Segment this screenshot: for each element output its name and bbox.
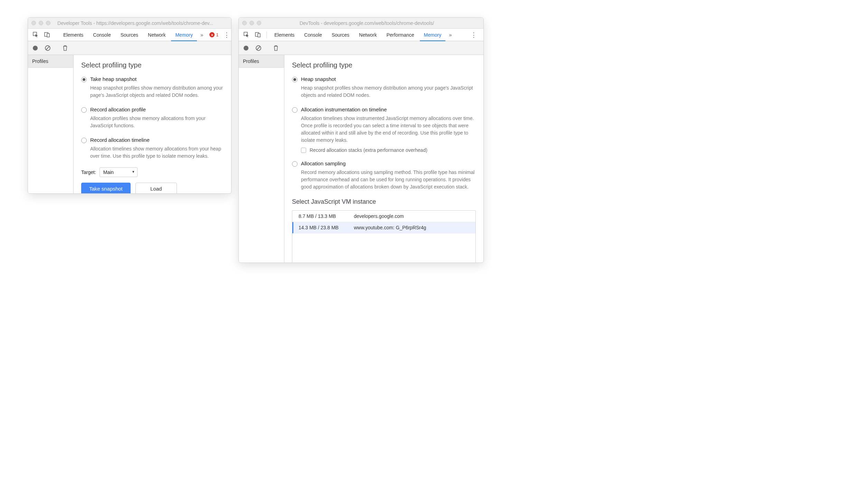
sidebar-item-profiles[interactable]: Profiles [28,55,73,68]
panel-body: Profiles Select profiling type Heap snap… [239,55,483,263]
separator [266,31,267,38]
zoom-dot[interactable] [46,21,50,25]
svg-line-5 [46,46,49,50]
main-content: Select profiling type Take heap snapshot… [74,55,231,193]
tab-performance[interactable]: Performance [382,29,418,41]
sidebar-item-profiles[interactable]: Profiles [239,55,284,68]
radio-icon[interactable] [81,138,87,143]
main-content: Select profiling type Heap snapshot Heap… [284,55,483,263]
tab-sources[interactable]: Sources [116,29,142,41]
inspect-icon[interactable] [242,30,252,39]
tab-network[interactable]: Network [144,29,170,41]
option-description: Heap snapshot profiles show memory distr… [301,84,476,99]
option-allocation-sampling[interactable]: Allocation sampling Record memory alloca… [292,160,476,191]
sidebar: Profiles [28,55,74,193]
option-description: Allocation timelines show instrumented J… [301,115,476,144]
suboption-record-stacks[interactable]: Record allocation stacks (extra performa… [301,147,476,153]
error-badge[interactable]: ×1 [209,32,218,37]
panel-tabbar: Elements Console Sources Network Perform… [239,29,483,41]
minimize-dot[interactable] [249,21,254,25]
svg-point-3 [33,46,38,50]
option-description: Allocation profiles show memory allocati… [90,115,224,129]
radio-icon[interactable] [292,107,298,113]
option-description: Allocation timelines show memory allocat… [90,145,224,160]
svg-point-9 [244,46,248,50]
window-title: Developer Tools - https://developers.goo… [53,20,228,26]
button-row: Take snapshot Load [81,183,224,193]
devtools-window-right: DevTools - developers.google.com/web/too… [238,17,484,263]
radio-icon[interactable] [292,161,298,167]
titlebar: DevTools - developers.google.com/web/too… [239,18,483,29]
option-description: Heap snapshot profiles show memory distr… [90,84,224,99]
error-count: 1 [216,32,218,37]
sidebar: Profiles [239,55,284,263]
option-heap-snapshot[interactable]: Heap snapshot Heap snapshot profiles sho… [292,76,476,99]
clear-icon[interactable] [255,44,262,52]
load-button[interactable]: Load [135,183,177,193]
option-title: Allocation sampling [301,160,346,166]
take-snapshot-button[interactable]: Take snapshot [81,183,131,193]
titlebar: Developer Tools - https://developers.goo… [28,18,231,29]
clear-icon[interactable] [44,44,51,52]
option-description: Record memory allocations using sampling… [301,169,476,191]
device-toggle-icon[interactable] [42,30,52,39]
target-select[interactable]: Main [100,167,138,177]
radio-icon[interactable] [81,77,87,82]
tab-memory[interactable]: Memory [171,29,197,41]
option-title: Record allocation timeline [90,137,150,143]
option-allocation-timeline[interactable]: Allocation instrumentation on timeline A… [292,107,476,153]
tab-elements[interactable]: Elements [59,29,87,41]
option-title: Take heap snapshot [90,76,136,82]
tab-console[interactable]: Console [89,29,115,41]
heading-select-profiling-type: Select profiling type [292,61,476,69]
svg-rect-8 [258,34,260,37]
profile-toolbar [239,41,483,55]
tab-network[interactable]: Network [355,29,381,41]
settings-menu-icon[interactable]: ⋮ [220,30,232,40]
zoom-dot[interactable] [257,21,261,25]
option-heap-snapshot[interactable]: Take heap snapshot Heap snapshot profile… [81,76,224,99]
radio-icon[interactable] [81,107,87,113]
record-icon[interactable] [242,44,250,52]
option-title: Heap snapshot [301,76,336,82]
record-icon[interactable] [31,44,39,52]
vm-row[interactable]: 8.7 MB / 13.3 MB developers.google.com [292,211,475,222]
settings-menu-icon[interactable]: ⋮ [467,30,481,40]
delete-icon[interactable] [272,44,280,52]
tab-elements[interactable]: Elements [270,29,299,41]
vm-instance-table: 8.7 MB / 13.3 MB developers.google.com 1… [292,210,476,263]
radio-icon[interactable] [292,77,298,82]
close-dot[interactable] [31,21,36,25]
option-allocation-profile[interactable]: Record allocation profile Allocation pro… [81,107,224,129]
heading-select-profiling-type: Select profiling type [81,61,224,69]
target-label: Target: [81,169,96,175]
option-allocation-timeline[interactable]: Record allocation timeline Allocation ti… [81,137,224,160]
delete-icon[interactable] [61,44,69,52]
tab-memory[interactable]: Memory [420,29,446,41]
panel-tabbar: Elements Console Sources Network Memory … [28,29,231,41]
svg-line-11 [257,46,260,50]
tabs-overflow-icon[interactable]: » [447,30,454,39]
device-toggle-icon[interactable] [253,30,263,39]
heading-vm-instance: Select JavaScript VM instance [292,198,476,205]
target-row: Target: Main [81,167,224,177]
panel-body: Profiles Select profiling type Take heap… [28,55,231,193]
window-title: DevTools - developers.google.com/web/too… [264,20,480,26]
tab-console[interactable]: Console [300,29,326,41]
checkbox-icon[interactable] [301,148,306,153]
vm-memory: 14.3 MB / 23.8 MB [299,225,354,230]
suboption-label: Record allocation stacks (extra performa… [310,147,427,153]
tabs-overflow-icon[interactable]: » [198,30,205,39]
tab-sources[interactable]: Sources [328,29,353,41]
vm-site: developers.google.com [354,213,404,219]
window-controls [242,21,261,25]
close-dot[interactable] [242,21,247,25]
vm-row[interactable]: 14.3 MB / 23.8 MB www.youtube.com: G_P6r… [292,222,475,233]
vm-memory: 8.7 MB / 13.3 MB [299,213,354,219]
svg-rect-2 [47,34,49,37]
window-controls [31,21,50,25]
devtools-window-left: Developer Tools - https://developers.goo… [28,17,232,194]
minimize-dot[interactable] [39,21,43,25]
vm-site: www.youtube.com: G_P6rpRSr4g [354,225,426,230]
inspect-icon[interactable] [31,30,41,39]
